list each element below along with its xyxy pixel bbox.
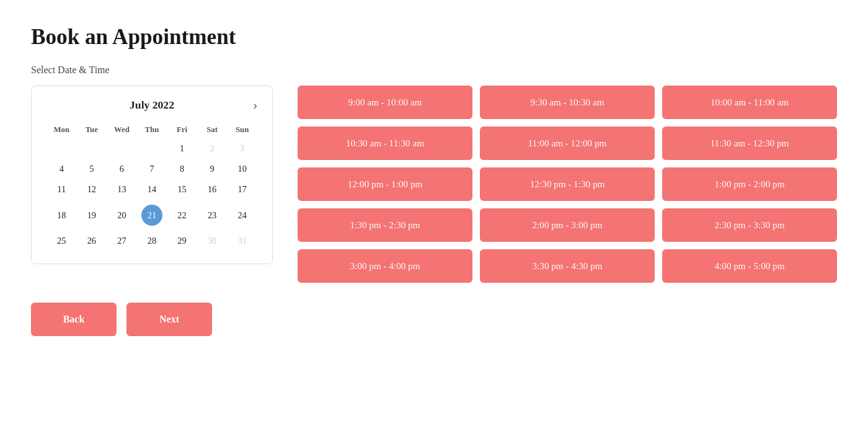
time-slot-button[interactable]: 1:30 pm - 2:30 pm (298, 208, 472, 242)
calendar: July 2022 › MonTueWedThuFriSatSun 123456… (31, 86, 273, 264)
calendar-day (77, 138, 107, 159)
day-of-week-header: Tue (77, 122, 107, 138)
calendar-day (107, 138, 137, 159)
calendar-day[interactable]: 23 (197, 200, 228, 231)
calendar-week-row: 11121314151617 (46, 179, 257, 200)
calendar-day[interactable]: 1 (167, 138, 197, 159)
calendar-day[interactable]: 7 (137, 159, 167, 179)
calendar-day[interactable]: 25 (46, 231, 77, 251)
calendar-day[interactable]: 30 (197, 231, 228, 251)
calendar-day[interactable]: 18 (46, 200, 77, 231)
page-title: Book an Appointment (31, 25, 837, 50)
calendar-day[interactable]: 31 (227, 231, 257, 251)
calendar-week-row: 25262728293031 (46, 231, 257, 251)
calendar-day[interactable]: 20 (107, 200, 137, 231)
days-of-week-row: MonTueWedThuFriSatSun (46, 122, 257, 138)
time-slot-button[interactable]: 9:30 am - 10:30 am (480, 86, 655, 119)
time-slot-button[interactable]: 12:00 pm - 1:00 pm (298, 167, 472, 201)
calendar-day (137, 138, 167, 159)
day-of-week-header: Thu (137, 122, 167, 138)
calendar-day[interactable]: 17 (227, 179, 257, 200)
calendar-day[interactable]: 10 (227, 159, 257, 179)
time-slot-button[interactable]: 3:30 pm - 4:30 pm (480, 249, 655, 283)
calendar-day[interactable]: 19 (77, 200, 107, 231)
calendar-day[interactable]: 11 (46, 179, 77, 200)
calendar-week-row: 45678910 (46, 159, 257, 179)
button-row: Back Next (31, 303, 837, 336)
calendar-day[interactable]: 22 (167, 200, 197, 231)
time-slot-button[interactable]: 3:00 pm - 4:00 pm (298, 249, 472, 283)
day-of-week-header: Wed (107, 122, 137, 138)
time-slot-button[interactable]: 2:30 pm - 3:30 pm (662, 208, 837, 242)
time-slot-button[interactable]: 4:00 pm - 5:00 pm (662, 249, 837, 283)
calendar-next-button[interactable]: › (254, 99, 257, 112)
calendar-grid: MonTueWedThuFriSatSun 123456789101112131… (46, 122, 257, 251)
calendar-body: 1234567891011121314151617181920212223242… (46, 138, 257, 251)
day-of-week-header: Sat (197, 122, 228, 138)
calendar-month-title: July 2022 (130, 99, 174, 112)
calendar-day[interactable]: 4 (46, 159, 77, 179)
calendar-day-selected[interactable]: 21 (137, 200, 167, 231)
day-of-week-header: Mon (46, 122, 77, 138)
calendar-day[interactable]: 24 (227, 200, 257, 231)
timeslots-grid: 9:00 am - 10:00 am9:30 am - 10:30 am10:0… (298, 86, 837, 283)
time-slot-button[interactable]: 11:00 am - 12:00 pm (480, 127, 655, 160)
calendar-day[interactable]: 3 (227, 138, 257, 159)
calendar-day[interactable]: 26 (77, 231, 107, 251)
time-slot-button[interactable]: 1:00 pm - 2:00 pm (662, 167, 837, 201)
calendar-day[interactable]: 6 (107, 159, 137, 179)
calendar-day[interactable]: 29 (167, 231, 197, 251)
calendar-day[interactable]: 15 (167, 179, 197, 200)
calendar-day[interactable]: 2 (197, 138, 228, 159)
calendar-day[interactable]: 28 (137, 231, 167, 251)
next-button[interactable]: Next (126, 303, 212, 336)
time-slot-button[interactable]: 10:00 am - 11:00 am (662, 86, 837, 119)
calendar-week-row: 123 (46, 138, 257, 159)
content-row: July 2022 › MonTueWedThuFriSatSun 123456… (31, 86, 837, 283)
calendar-week-row: 18192021222324 (46, 200, 257, 231)
calendar-day (46, 138, 77, 159)
calendar-header: July 2022 › (46, 99, 257, 112)
time-slot-button[interactable]: 9:00 am - 10:00 am (298, 86, 472, 119)
calendar-day[interactable]: 16 (197, 179, 228, 200)
calendar-day[interactable]: 8 (167, 159, 197, 179)
day-of-week-header: Sun (227, 122, 257, 138)
time-slot-button[interactable]: 2:00 pm - 3:00 pm (480, 208, 655, 242)
time-slot-button[interactable]: 10:30 am - 11:30 am (298, 127, 472, 160)
back-button[interactable]: Back (31, 303, 117, 336)
section-label: Select Date & Time (31, 64, 837, 76)
calendar-day[interactable]: 5 (77, 159, 107, 179)
timeslots-wrapper: 9:00 am - 10:00 am9:30 am - 10:30 am10:0… (298, 86, 837, 283)
time-slot-button[interactable]: 12:30 pm - 1:30 pm (480, 167, 655, 201)
calendar-day[interactable]: 12 (77, 179, 107, 200)
calendar-day[interactable]: 14 (137, 179, 167, 200)
calendar-day[interactable]: 9 (197, 159, 228, 179)
calendar-day[interactable]: 13 (107, 179, 137, 200)
day-of-week-header: Fri (167, 122, 197, 138)
time-slot-button[interactable]: 11:30 am - 12:30 pm (662, 127, 837, 160)
calendar-day[interactable]: 27 (107, 231, 137, 251)
